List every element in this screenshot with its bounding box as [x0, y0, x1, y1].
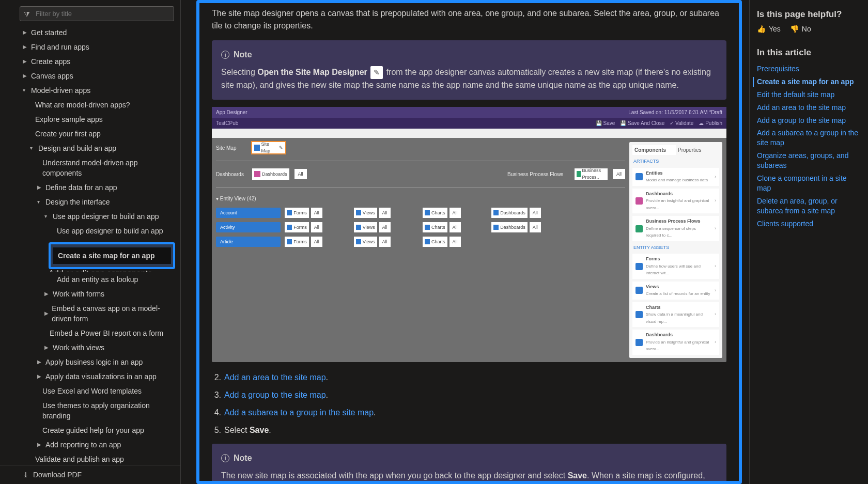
download-pdf[interactable]: ⤓ Download PDF: [0, 465, 180, 484]
nav-embed-powerbi[interactable]: Embed a Power BI report on a form: [41, 326, 175, 340]
nav-label: Work with forms: [53, 289, 104, 299]
toc-add-area[interactable]: Add an area to the site map: [757, 103, 861, 113]
nav-create-first-app[interactable]: Create your first app: [27, 127, 175, 141]
nav-excel-word[interactable]: Use Excel and Word templates: [34, 384, 175, 398]
nav-tree[interactable]: ▶Get started ▶Find and run apps ▶Create …: [0, 25, 180, 465]
nav-design-build[interactable]: ▾Design and build an app: [27, 141, 175, 155]
nav-label: Validate and publish an app: [35, 454, 124, 464]
nav-add-entity-lookup[interactable]: Add an entity as a lookup: [49, 272, 175, 287]
note-box-1: i Note Selecting Open the Site Map Desig…: [212, 40, 726, 100]
toc-edit-default[interactable]: Edit the default site map: [757, 90, 861, 100]
nav-get-started[interactable]: ▶Get started: [20, 25, 175, 40]
nav-add-reporting[interactable]: ▶Add reporting to an app: [34, 438, 175, 452]
nav-apply-data-viz[interactable]: ▶Apply data visualizations in an app: [34, 369, 175, 384]
nav-work-views[interactable]: ▶Work with views: [41, 340, 175, 355]
nav-embed-canvas[interactable]: ▶Embed a canvas app on a model-driven fo…: [41, 301, 175, 326]
chevron-right-icon: ▶: [44, 342, 50, 353]
pencil-icon: ✎: [370, 66, 383, 79]
thumbs-up-icon: 👍: [757, 25, 766, 33]
nav-work-forms[interactable]: ▶Work with forms: [41, 287, 175, 301]
shot-last-saved: Last Saved on: 11/5/2017 6:31 AM *Draft: [628, 108, 722, 116]
shot-artifacts: ARTIFACTS: [633, 158, 718, 165]
filter-icon: ⧩: [24, 9, 30, 18]
note-title: i Note: [221, 49, 717, 61]
info-icon: i: [221, 454, 229, 462]
nav-label: Define data for an app: [45, 182, 117, 193]
toc-create-sitemap[interactable]: Create a site map for an app: [753, 77, 861, 87]
nav-label: Create guided help for your app: [42, 425, 144, 435]
nav-guided-help[interactable]: Create guided help for your app: [34, 423, 175, 438]
nav-label: Use themes to apply organization brandin…: [42, 400, 172, 421]
download-label: Download PDF: [33, 471, 82, 479]
shot-sitemap-label: Site Map: [216, 144, 247, 152]
note-text: . When a site map is configured,: [587, 471, 705, 480]
shot-bpf-tile: Business Proces..: [575, 168, 608, 180]
feedback-row: 👍Yes 👎No: [757, 25, 861, 33]
shot-entity-assets: ENTITY ASSETS: [633, 244, 718, 252]
nav-design-interface[interactable]: ▾Design the interface: [34, 195, 175, 209]
chevron-right-icon: ▶: [44, 289, 50, 299]
toc-clients[interactable]: Clients supported: [757, 219, 861, 229]
shot-side-panel: ComponentsProperties ARTIFACTS EntitiesM…: [629, 142, 722, 358]
toc: Prerequisites Create a site map for an a…: [757, 64, 861, 228]
toc-add-subarea[interactable]: Add a subarea to a group in the site map: [757, 128, 861, 148]
nav-model-driven-apps[interactable]: ▾Model-driven apps: [20, 83, 175, 98]
step-link-add-group[interactable]: Add a group to the site map: [224, 391, 326, 399]
shot-entity-activity: Activity: [216, 222, 281, 232]
step-link-add-subarea[interactable]: Add a subarea to a group in the site map: [224, 408, 374, 417]
feedback-yes[interactable]: 👍Yes: [757, 25, 781, 33]
toc-prerequisites[interactable]: Prerequisites: [757, 64, 861, 74]
nav-label: Work with views: [53, 342, 104, 353]
nav-validate-publish[interactable]: Validate and publish an app: [27, 452, 175, 465]
left-nav: ⧩ ▶Get started ▶Find and run apps ▶Creat…: [0, 0, 181, 484]
nav-label: Apply data visualizations in an app: [45, 371, 157, 382]
toc-clone[interactable]: Clone a component in a site map: [757, 174, 861, 193]
note-title-text: Note: [234, 49, 252, 61]
nav-apply-biz-logic[interactable]: ▶Apply business logic in an app: [34, 355, 175, 369]
shot-tab-properties: Properties: [676, 145, 719, 155]
nav-label: Find and run apps: [31, 42, 89, 52]
shot-toolbar: [212, 129, 726, 138]
nav-label: Design and build an app: [38, 143, 116, 153]
chevron-down-icon: ▾: [44, 211, 50, 222]
nav-understand-components[interactable]: Understand model-driven app components: [34, 155, 175, 180]
chevron-down-icon: ▾: [37, 197, 42, 207]
nav-explore-sample[interactable]: Explore sample apps: [27, 112, 175, 127]
shot-header: App Designer Last Saved on: 11/5/2017 6:…: [212, 107, 726, 118]
step-number: 2.: [212, 371, 221, 384]
nav-define-data[interactable]: ▶Define data for an app: [34, 180, 175, 195]
nav-use-app-designer-group[interactable]: ▾Use app designer to build an app: [41, 209, 175, 224]
toc-delete[interactable]: Delete an area, group, or subarea from a…: [757, 196, 861, 216]
shot-dashboards-label: Dashboards: [216, 170, 247, 178]
nav-what-are[interactable]: What are model-driven apps?: [27, 98, 175, 112]
nav-label: Design the interface: [45, 197, 110, 207]
shot-publish: ☁ Publish: [699, 119, 722, 127]
nav-create-sitemap[interactable]: Create a site map for an app: [53, 247, 171, 264]
nav-label: Understand model-driven app components: [42, 158, 172, 178]
nav-find-run-apps[interactable]: ▶Find and run apps: [20, 40, 175, 54]
chevron-right-icon: ▶: [37, 371, 42, 382]
nav-label: Use Excel and Word templates: [42, 386, 142, 396]
filter-input[interactable]: [20, 6, 174, 21]
note-bold: Save: [568, 471, 587, 480]
nav-canvas-apps[interactable]: ▶Canvas apps: [20, 69, 175, 83]
step-link-add-area[interactable]: Add an area to the site map: [224, 373, 326, 382]
shot-save-close: 💾 Save And Close: [620, 119, 664, 127]
chevron-right-icon: ▶: [37, 357, 42, 367]
nav-create-apps[interactable]: ▶Create apps: [20, 54, 175, 69]
right-sidebar: Is this page helpful? 👍Yes 👎No In this a…: [749, 0, 868, 484]
nav-label: Embed a Power BI report on a form: [50, 328, 163, 338]
steps-list: 2.Add an area to the site map. 3.Add a g…: [212, 371, 726, 436]
toc-add-group[interactable]: Add a group to the site map: [757, 116, 861, 126]
nav-label: What are model-driven apps?: [35, 100, 130, 110]
feedback-no[interactable]: 👎No: [790, 25, 811, 33]
chevron-right-icon: ▶: [37, 440, 42, 450]
toc-organize[interactable]: Organize areas, groups, and subareas: [757, 151, 861, 170]
article-body[interactable]: The site map designer opens a canvas tha…: [199, 3, 739, 481]
filter-wrap: ⧩: [0, 4, 180, 25]
nav-use-app-designer[interactable]: Use app designer to build an app: [49, 224, 175, 238]
nav-themes[interactable]: Use themes to apply organization brandin…: [34, 398, 175, 423]
thumbs-down-icon: 👎: [790, 25, 799, 33]
step-text: Select: [224, 426, 250, 434]
intro-paragraph: The site map designer opens a canvas tha…: [212, 7, 726, 32]
